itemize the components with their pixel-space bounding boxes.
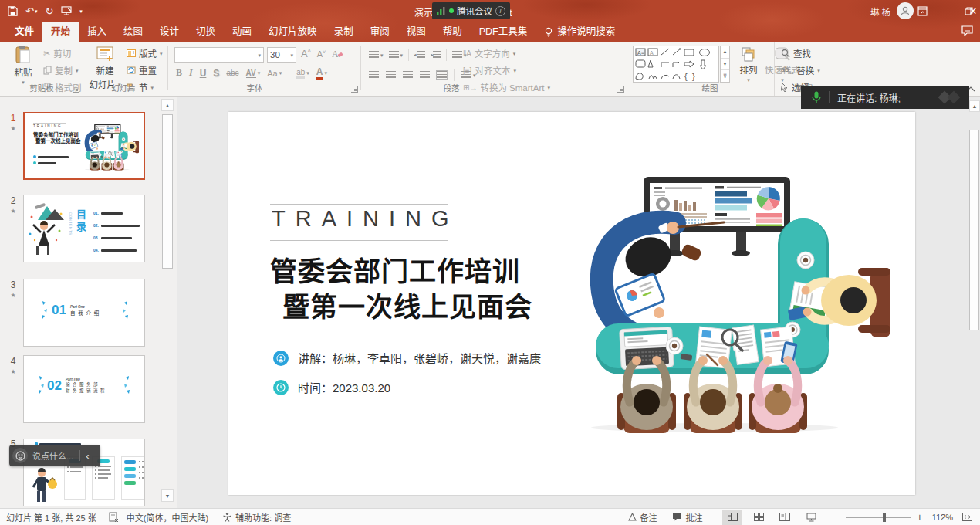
align-center-button[interactable] <box>386 71 396 79</box>
canvas-scrollbar[interactable]: ▲ <box>969 100 980 505</box>
font-size-combo[interactable]: 30▾ <box>267 47 296 63</box>
tab-help[interactable]: 帮助 <box>434 22 471 42</box>
tab-review[interactable]: 审阅 <box>362 22 398 42</box>
clear-formatting-icon[interactable]: A <box>332 49 343 59</box>
accessibility-status[interactable]: 辅助功能: 调查 <box>235 511 291 523</box>
collapse-chat-icon[interactable]: ‹ <box>86 450 89 462</box>
normal-view-button[interactable] <box>722 510 742 525</box>
meeting-chat-overlay[interactable]: 说点什么... ‹ <box>9 445 100 466</box>
start-slideshow-icon[interactable] <box>61 6 72 15</box>
shrink-font-button[interactable]: A˅ <box>317 49 326 59</box>
canvas-scroll-thumb[interactable] <box>969 130 979 330</box>
notes-button[interactable]: 备注 <box>628 511 657 523</box>
fit-to-window-icon[interactable] <box>962 513 972 521</box>
language-indicator[interactable]: 中文(简体，中国大陆) <box>127 511 208 523</box>
emoji-icon[interactable] <box>12 448 28 463</box>
meeting-illustration[interactable] <box>583 171 907 433</box>
strikethrough-button[interactable]: abc <box>226 69 238 77</box>
canvas-scroll-up[interactable]: ▲ <box>969 100 980 112</box>
clipboard-dialog-launcher[interactable] <box>73 86 79 93</box>
layout-button[interactable]: 版式▾ <box>127 47 163 59</box>
thumbnail-scrollbar[interactable]: ▲ ▼ <box>161 99 174 506</box>
slide-counter[interactable]: 幻灯片 第 1 张, 共 25 张 <box>6 511 96 523</box>
justify-button[interactable] <box>420 71 430 79</box>
tab-home[interactable]: 开始 <box>42 22 79 42</box>
arrange-button[interactable]: 排列 ▾ <box>735 46 762 83</box>
tab-animations[interactable]: 动画 <box>224 22 260 42</box>
tab-slideshow[interactable]: 幻灯片放映 <box>260 22 326 42</box>
paragraph-dialog-launcher[interactable] <box>617 86 624 93</box>
shapes-scrollbar[interactable]: ▲ ▼ ⊽ <box>720 46 730 83</box>
shapes-more-icon[interactable]: ⊽ <box>721 69 729 82</box>
align-left-button[interactable] <box>369 71 379 79</box>
slideshow-view-button[interactable] <box>801 510 821 525</box>
slide-bullet-1[interactable]: 讲解：杨琳，李卓阳，张碧峤，谢天悦，谢嘉康 <box>273 350 541 366</box>
slide-thumbnail-1[interactable]: TRAINING 管委会部门工作培训 暨第一次线上见面会 <box>23 112 145 180</box>
tab-view[interactable]: 视图 <box>398 22 434 42</box>
comments-icon[interactable] <box>961 25 973 39</box>
ribbon-display-options-button[interactable] <box>911 1 934 21</box>
thumbnail-scroll-thumb[interactable] <box>162 114 173 269</box>
zoom-slider[interactable] <box>846 517 911 518</box>
bullets-button[interactable]: ▾ <box>369 51 384 59</box>
increase-indent-button[interactable]: ▾ <box>431 51 441 59</box>
find-button[interactable]: 查找 <box>781 47 811 59</box>
slide-thumbnail-2[interactable]: 目录 CONTENTS 01. 02. 03. 04. <box>23 195 145 262</box>
tab-insert[interactable]: 插入 <box>79 22 115 42</box>
reading-view-button[interactable] <box>775 510 795 525</box>
customize-qat-icon[interactable]: ▾ <box>79 8 83 14</box>
undo-icon[interactable]: ↶ <box>25 5 34 17</box>
close-button[interactable]: ✕ <box>961 1 980 21</box>
font-dialog-launcher[interactable] <box>351 86 358 93</box>
shapes-gallery[interactable]: A≡ A { } <box>633 46 719 83</box>
slide-editor-canvas[interactable]: TRAINING 管委会部门工作培训 暨第一次线上见面会 讲解：杨琳，李卓阳，张… <box>177 97 980 508</box>
font-color-button[interactable]: A▾ <box>316 66 327 80</box>
change-case-button[interactable]: Aa▾ <box>267 69 282 78</box>
align-right-button[interactable] <box>403 71 413 79</box>
info-icon[interactable]: i <box>495 6 505 16</box>
minimize-button[interactable]: — <box>935 1 958 21</box>
italic-button[interactable]: I <box>189 67 193 79</box>
highlight-button[interactable]: ab▾ <box>296 68 309 79</box>
text-shadow-button[interactable]: S <box>213 68 219 79</box>
decrease-indent-button[interactable]: ▾ <box>414 51 425 59</box>
shapes-scroll-up-icon[interactable]: ▲ <box>721 46 729 58</box>
spellcheck-icon[interactable] <box>109 512 119 522</box>
font-name-combo[interactable]: ▾ <box>174 47 264 63</box>
save-icon[interactable] <box>8 6 18 16</box>
replace-button[interactable]: abac 替换▾ <box>781 64 820 76</box>
paste-button[interactable]: 粘贴 ▾ <box>8 46 39 85</box>
bold-button[interactable]: B <box>176 67 182 79</box>
tencent-meeting-badge[interactable]: 腾讯会议 i <box>432 2 510 19</box>
slide-thumbnail-4[interactable]: 02 Part Two 综 合 服 务 部 财 务 报 销 流 程 <box>23 355 145 423</box>
zoom-level[interactable]: 112% <box>932 513 953 522</box>
thumbnail-scroll-up[interactable]: ▲ <box>161 99 174 111</box>
text-direction-button[interactable]: ‖A文字方向▾ <box>463 47 515 59</box>
numbering-button[interactable]: ▾ <box>389 51 404 59</box>
zoom-in-button[interactable]: + <box>917 511 923 523</box>
slide-sorter-view-button[interactable] <box>749 510 769 525</box>
tab-design[interactable]: 设计 <box>151 22 188 42</box>
distribute-button[interactable] <box>437 71 447 79</box>
slide-title-line1[interactable]: 管委会部门工作培训 <box>270 249 520 289</box>
chat-input[interactable]: 说点什么... <box>32 449 73 462</box>
tab-draw[interactable]: 绘图 <box>115 22 151 42</box>
shapes-scroll-down-icon[interactable]: ▼ <box>721 58 729 70</box>
tab-transitions[interactable]: 切换 <box>188 22 224 42</box>
character-spacing-button[interactable]: AV▾ <box>246 69 261 78</box>
tab-file[interactable]: 文件 <box>6 22 42 42</box>
slide-kicker[interactable]: TRAINING <box>272 206 459 232</box>
slide-thumbnail-3[interactable]: 01 Part One 自 我 介 绍 <box>23 279 145 347</box>
zoom-out-button[interactable]: − <box>833 511 840 523</box>
cut-button[interactable]: ✂剪切 <box>43 47 71 59</box>
current-slide[interactable]: TRAINING 管委会部门工作培训 暨第一次线上见面会 讲解：杨琳，李卓阳，张… <box>228 112 915 495</box>
grow-font-button[interactable]: A˄ <box>301 48 311 59</box>
zoom-slider-thumb[interactable] <box>883 513 886 522</box>
comments-button[interactable]: 批注 <box>672 511 702 523</box>
slide-bullet-2[interactable]: 时间：2023.03.20 <box>273 379 390 395</box>
align-text-button[interactable]: [≡]对齐文本▾ <box>463 64 516 76</box>
reset-button[interactable]: 重置 <box>127 64 157 76</box>
underline-button[interactable]: U <box>200 68 207 79</box>
thumbnail-scroll-down[interactable]: ▼ <box>161 489 174 502</box>
account-name[interactable]: 琳 杨 <box>870 5 890 18</box>
